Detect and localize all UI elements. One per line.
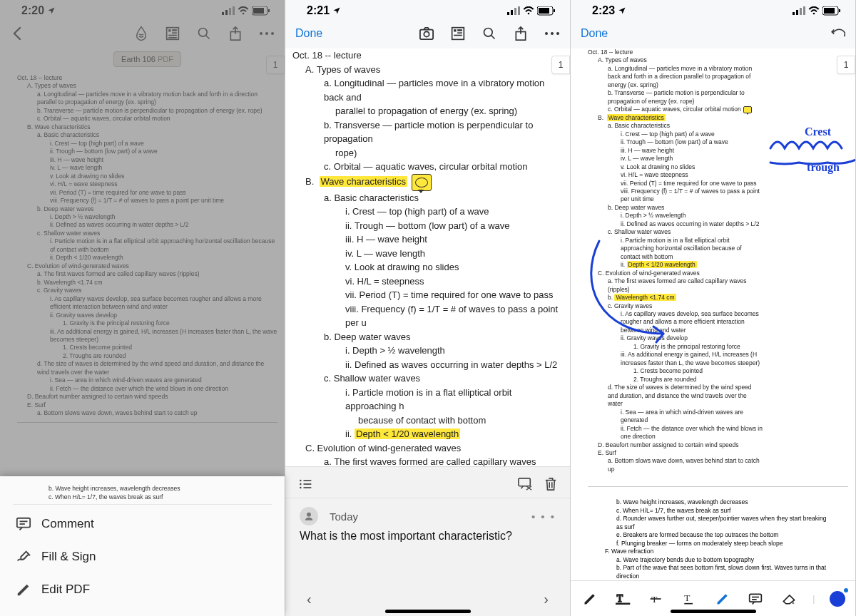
signal-icon [222, 6, 235, 15]
pencil-tool-icon[interactable] [581, 590, 599, 608]
view-mode-icon[interactable] [450, 26, 466, 41]
eraser-tool-icon[interactable]: × [780, 590, 798, 608]
sticky-note-icon[interactable] [412, 174, 432, 191]
home-indicator[interactable] [671, 610, 756, 613]
highlight-depth[interactable]: Depth < 1/20 wavelength [627, 261, 697, 268]
document-title-badge: Earth 106 PDF [113, 51, 181, 67]
edit-pdf-action[interactable]: Edit PDF [13, 573, 272, 606]
wifi-icon [523, 6, 534, 15]
more-icon[interactable] [259, 26, 275, 41]
location-icon [47, 6, 56, 15]
notes-outline: Oct. 18 -- lecture A. Types of waves a. … [17, 74, 277, 418]
undo-icon[interactable] [830, 26, 845, 41]
next-comment-button[interactable]: › [544, 591, 549, 607]
view-mode-icon[interactable] [165, 26, 180, 41]
more-icon[interactable] [544, 26, 560, 41]
battery-icon [252, 6, 270, 16]
status-time: 2:20 [21, 4, 44, 17]
svg-text:×: × [791, 599, 794, 605]
status-bar: 2:20 [0, 0, 285, 19]
comment-nav: ‹ › [285, 584, 570, 612]
back-button[interactable] [10, 26, 26, 41]
svg-rect-34 [457, 29, 462, 31]
document-page-draw[interactable]: 1 Crest trough Oct. 18 -- lecture A. Typ… [571, 48, 855, 580]
svg-rect-28 [539, 8, 549, 14]
page-number-tab[interactable]: 1 [551, 56, 570, 74]
svg-point-17 [265, 32, 268, 35]
sticky-note-icon[interactable] [743, 106, 752, 113]
svg-rect-22 [507, 12, 509, 15]
comment-menu-icon[interactable]: • • • [531, 510, 556, 523]
svg-rect-3 [233, 6, 235, 15]
color-picker-button[interactable] [830, 591, 845, 607]
status-bar: 2:21 [285, 0, 570, 19]
next-page-preview: b. Wave height increases, wavelength dec… [588, 486, 848, 580]
avatar [300, 507, 318, 525]
location-icon [618, 6, 626, 15]
status-time: 2:21 [307, 4, 330, 17]
status-time: 2:23 [592, 4, 615, 17]
comment-icon [16, 516, 31, 532]
trash-icon[interactable] [544, 477, 557, 493]
svg-point-26 [528, 13, 530, 15]
camera-icon[interactable] [419, 26, 434, 41]
svg-point-39 [545, 32, 548, 35]
svg-rect-6 [253, 8, 264, 14]
svg-point-44 [300, 483, 302, 486]
fill-sign-label: Fill & Sign [41, 550, 96, 564]
location-icon [332, 6, 341, 15]
comment-body[interactable]: Today • • • What is the most important c… [285, 498, 570, 584]
svg-rect-25 [518, 6, 520, 15]
svg-point-14 [199, 29, 208, 37]
page-number-tab[interactable]: 1 [266, 56, 285, 74]
svg-rect-19 [17, 518, 30, 528]
note-tool-icon[interactable] [746, 590, 765, 608]
document-page[interactable]: Earth 106 PDF 1 Oct. 18 -- lecture A. Ty… [0, 48, 285, 476]
fill-sign-action[interactable]: Fill & Sign [13, 540, 272, 573]
battery-icon [822, 6, 841, 16]
svg-point-4 [243, 13, 245, 15]
page-number-tab[interactable]: 1 [837, 56, 855, 74]
screenshot-right: 2:23 Done 1 Crest trough Oc [571, 0, 856, 616]
svg-point-18 [271, 32, 274, 35]
prev-comment-button[interactable]: ‹ [307, 591, 312, 607]
highlight-wave-characteristics[interactable]: Wave characteristics [320, 176, 407, 187]
list-icon[interactable] [298, 478, 312, 493]
search-icon[interactable] [196, 26, 212, 41]
fill-sign-icon [16, 549, 31, 565]
comment-action[interactable]: Comment [13, 508, 272, 540]
ink-label-trough: trough [807, 161, 840, 174]
highlight-wave-characteristics[interactable]: Wave characteristics [607, 114, 666, 121]
svg-point-51 [307, 513, 311, 517]
highlight-text-icon[interactable]: T [614, 590, 633, 608]
highlight-wavelength[interactable]: Wavelength <1.74 cm [614, 294, 676, 301]
freehand-draw-icon[interactable] [713, 590, 732, 608]
svg-rect-33 [454, 29, 456, 31]
comment-text: What is the most important characteristi… [300, 530, 556, 543]
edit-pdf-icon [16, 582, 31, 597]
svg-point-31 [424, 31, 429, 36]
signal-icon [793, 6, 805, 15]
highlight-depth[interactable]: Depth < 1/20 wavelength [355, 428, 460, 439]
svg-rect-53 [796, 10, 798, 15]
share-icon[interactable] [228, 26, 243, 41]
svg-rect-58 [824, 8, 835, 14]
liquid-icon[interactable] [133, 26, 149, 41]
strike-text-icon[interactable]: T [647, 590, 666, 608]
svg-rect-0 [222, 12, 224, 15]
comment-label: Comment [41, 517, 94, 531]
battery-icon [537, 6, 556, 16]
svg-rect-11 [172, 32, 177, 34]
svg-text:T: T [616, 593, 623, 604]
done-button[interactable]: Done [581, 27, 608, 40]
document-page-zoom[interactable]: 1 Oct. 18 -- lecture A. Types of waves a… [285, 48, 570, 466]
search-icon[interactable] [482, 26, 497, 41]
notes-outline-zoom: Oct. 18 -- lecture A. Types of waves a. … [292, 48, 563, 466]
share-icon[interactable] [513, 26, 529, 41]
ink-label-crest: Crest [805, 125, 831, 138]
home-indicator[interactable] [385, 610, 471, 613]
svg-rect-10 [172, 29, 177, 31]
reply-icon[interactable] [517, 477, 533, 493]
done-button[interactable]: Done [295, 27, 322, 40]
underline-text-icon[interactable]: T [680, 590, 698, 608]
